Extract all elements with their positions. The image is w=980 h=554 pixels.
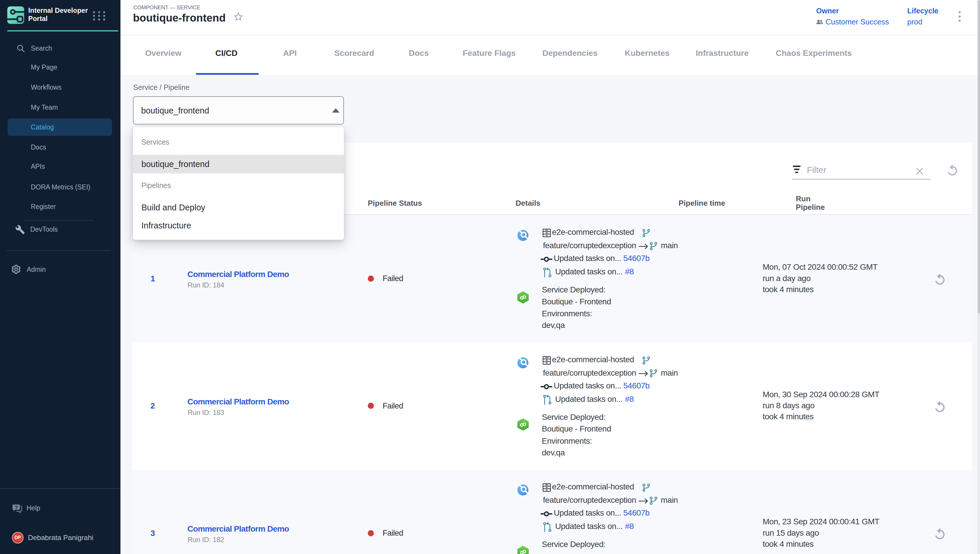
svg-text:?: ? (15, 505, 18, 510)
